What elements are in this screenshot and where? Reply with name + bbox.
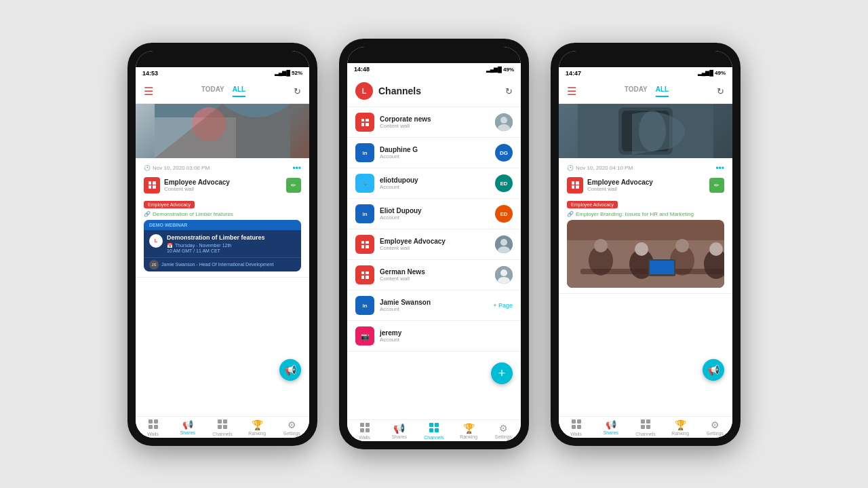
channel-info-eliotdupouy2: Eliot Dupouy Account [380, 207, 495, 221]
tab-all-3[interactable]: ALL [656, 86, 669, 97]
nav-ranking-label-2: Ranking [460, 434, 477, 439]
source-icon-3 [567, 177, 583, 193]
svg-rect-21 [366, 423, 370, 427]
channel-item-jamie[interactable]: in Jamie Swanson Account + Page [347, 290, 521, 321]
channel-item-employee[interactable]: Employee Advocacy Content wall [347, 229, 521, 260]
channel-item-jeremy[interactable]: 📷 jeremy Account [347, 321, 521, 352]
channels-title-2: Channels [378, 86, 505, 96]
refresh-icon-3[interactable]: ↻ [717, 86, 724, 96]
feed-time-3: 🕐 Nov 10, 2020 04:10 PM [567, 165, 633, 171]
battery-2: 49% [503, 67, 514, 73]
svg-point-41 [709, 242, 723, 256]
add-page-button[interactable]: + Page [493, 302, 513, 309]
channel-avatar-employee [495, 236, 513, 253]
channel-item-corporate[interactable]: Corporate news Content wall [347, 107, 521, 138]
article-link-1[interactable]: 🔗 Demonstration of Limber features [144, 211, 301, 217]
channel-info-corporate: Corporate news Content wall [380, 115, 495, 129]
channel-info-dauphine: Dauphine G Account [380, 146, 495, 159]
nav-shares-label-3: Shares [604, 430, 618, 435]
article-link-3[interactable]: 🔗 Employer Branding: Issues for HR and M… [567, 211, 724, 217]
nav-ranking-3[interactable]: 🏆 Ranking [663, 419, 698, 436]
channel-icon-jamie: in [355, 296, 374, 315]
content-wrapper-1: 🕐 Nov 10, 2020 03:06 PM ••• [136, 104, 309, 416]
nav-shares-label-2: Shares [392, 434, 407, 439]
link-icon-1: 🔗 [144, 211, 151, 217]
article-card-meta-1: 📅 Thursday - November 12th [167, 243, 265, 248]
nav-walls-label-2: Walls [359, 435, 370, 440]
article-card-1: DEMO WEBINAR L Demonstration of Limber f… [144, 220, 301, 271]
refresh-icon-1[interactable]: ↻ [294, 86, 301, 96]
signal-2: ▂▄▆█ [486, 67, 502, 73]
status-bar-2: 14:48 ▂▄▆█ 49% [347, 63, 521, 75]
tab-today-1[interactable]: TODAY [201, 86, 224, 97]
nav-settings-label-1: Settings [283, 431, 300, 436]
source-info-3: Employee Advocacy Content wall [567, 177, 653, 193]
more-options-1[interactable]: ••• [292, 164, 301, 173]
channel-avatar-dauphine: DG [495, 144, 513, 162]
svg-rect-22 [360, 428, 364, 432]
channel-avatar-corporate [495, 113, 513, 131]
battery-3: 49% [715, 70, 726, 76]
time-2: 14:48 [354, 66, 370, 73]
svg-point-15 [500, 239, 507, 246]
refresh-icon-2[interactable]: ↻ [505, 86, 513, 96]
app-header-1: ☰ TODAY ALL ↻ [136, 79, 309, 104]
svg-point-37 [635, 242, 648, 256]
nav-ranking-2[interactable]: 🏆 Ranking [452, 423, 486, 440]
more-options-3[interactable]: ••• [715, 164, 724, 173]
edit-button-3[interactable]: ✏ [709, 178, 724, 193]
nav-shares-2[interactable]: 📢 Shares [382, 423, 416, 440]
nav-shares-3[interactable]: 📢 Shares [593, 419, 628, 436]
channels-logo-2: L [355, 82, 373, 100]
channel-item-eliotdupouy2[interactable]: in Eliot Dupouy Account ED [347, 199, 521, 229]
svg-rect-48 [577, 425, 581, 429]
shares-icon-2: 📢 [393, 423, 405, 434]
clock-icon-1: 🕐 [144, 165, 151, 171]
phone-3: 14:47 ▂▄▆█ 49% ☰ TODAY ALL ↻ [551, 43, 741, 446]
nav-settings-2[interactable]: ⚙ Settings [486, 423, 521, 440]
nav-walls-1[interactable]: Walls [136, 419, 170, 436]
channel-item-eliotdupouy[interactable]: 🐦 eliotdupouy Account ED [347, 168, 521, 199]
nav-channels-3[interactable]: Channels [628, 419, 663, 436]
channel-avatar-eliotdupouy: ED [495, 174, 513, 192]
svg-point-39 [675, 239, 689, 252]
content-wrapper-2: Corporate news Content wall in Dauphine … [347, 107, 521, 419]
svg-rect-4 [154, 419, 158, 424]
nav-channels-1[interactable]: Channels [205, 419, 239, 436]
tab-all-1[interactable]: ALL [233, 86, 245, 97]
nav-walls-3[interactable]: Walls [559, 419, 593, 436]
nav-settings-1[interactable]: ⚙ Settings [275, 419, 309, 436]
article-card-body-1: L Demonstration of Limber features 📅 Thu… [144, 230, 301, 257]
fab-plus-2[interactable]: + [491, 362, 513, 384]
channel-item-german[interactable]: German News Content wall [347, 260, 521, 290]
channel-icon-eliotdupouy: 🐦 [355, 174, 374, 193]
svg-rect-45 [572, 419, 576, 424]
hamburger-icon-3[interactable]: ☰ [567, 85, 576, 98]
notch-3 [559, 51, 732, 67]
feed-meta-1: 🕐 Nov 10, 2020 03:06 PM ••• [144, 164, 301, 173]
phone-2: 14:48 ▂▄▆█ 49% L Channels ↻ Corporate ne… [339, 39, 529, 449]
nav-settings-3[interactable]: ⚙ Settings [698, 419, 732, 436]
svg-rect-52 [646, 425, 650, 429]
share-fab-3[interactable]: 📢 [703, 359, 724, 381]
article-card-label-1: DEMO WEBINAR [144, 220, 301, 230]
channel-item-dauphine[interactable]: in Dauphine G Account DG [347, 138, 521, 168]
svg-rect-7 [218, 419, 222, 424]
app-header-3: ☰ TODAY ALL ↻ [559, 79, 732, 104]
settings-icon-2: ⚙ [499, 423, 508, 434]
walls-icon-1 [149, 419, 158, 431]
nav-shares-1[interactable]: 📢 Shares [170, 419, 205, 436]
shares-icon-1: 📢 [182, 419, 193, 430]
bottom-nav-1: Walls 📢 Shares Channels 🏆 Ranking [136, 416, 309, 438]
nav-walls-2[interactable]: Walls [347, 423, 382, 440]
feed-item-1: 🕐 Nov 10, 2020 03:06 PM ••• [136, 158, 309, 278]
channels-icon-1 [218, 419, 227, 431]
nav-ranking-1[interactable]: 🏆 Ranking [240, 419, 275, 436]
nav-ranking-label-3: Ranking [671, 431, 689, 436]
nav-channels-2[interactable]: Channels [416, 423, 451, 440]
svg-rect-51 [641, 425, 645, 429]
hamburger-icon-1[interactable]: ☰ [144, 85, 153, 98]
tab-today-3[interactable]: TODAY [625, 86, 648, 97]
edit-button-1[interactable]: ✏ [286, 178, 301, 193]
share-fab-1[interactable]: 📢 [279, 359, 301, 381]
